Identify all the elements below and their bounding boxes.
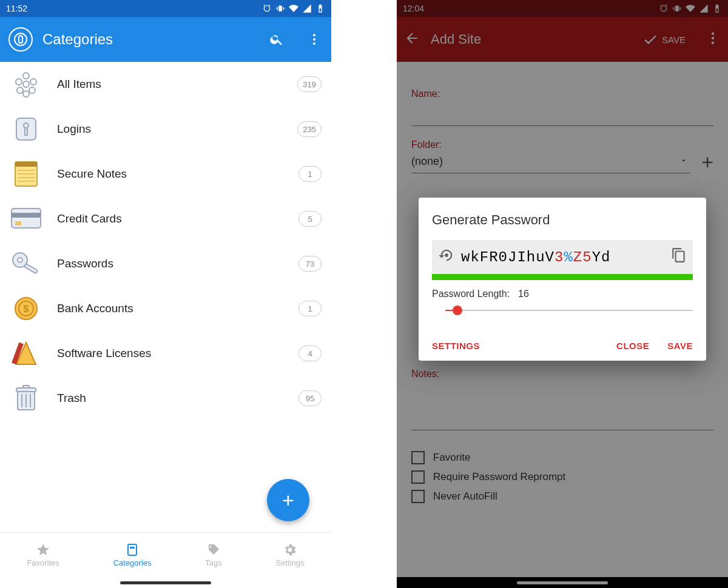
nav-bar: [397, 577, 728, 588]
category-credit-cards[interactable]: Credit Cards 5: [0, 196, 331, 241]
dialog-close-button[interactable]: CLOSE: [616, 341, 649, 351]
category-logins[interactable]: Logins 235: [0, 107, 331, 152]
generate-password-dialog: Generate Password wkFR0JIhuV3%Z5Yd Passw…: [419, 198, 706, 361]
svg-point-0: [313, 34, 315, 36]
svg-point-8: [29, 87, 35, 93]
battery-icon: [315, 4, 325, 13]
category-all-items[interactable]: All Items 319: [0, 62, 331, 107]
svg-rect-36: [128, 544, 136, 555]
overflow-menu-button[interactable]: [306, 31, 323, 48]
folder-select[interactable]: (none): [411, 150, 690, 173]
tab-settings[interactable]: Settings: [276, 543, 305, 567]
add-folder-button[interactable]: +: [701, 152, 713, 172]
notes-input[interactable]: [411, 382, 713, 430]
checkbox-label: Never AutoFill: [433, 490, 497, 503]
battery-icon: [712, 4, 722, 13]
passwords-icon: [10, 247, 42, 280]
software-licenses-icon: [10, 337, 42, 370]
tab-favorites[interactable]: Favorites: [27, 543, 59, 567]
checkbox-label: Require Password Reprompt: [433, 471, 565, 483]
credit-cards-icon: [10, 202, 42, 235]
trash-icon: [10, 382, 42, 415]
category-label: Logins: [57, 122, 283, 136]
svg-rect-32: [23, 386, 29, 388]
checkbox-icon: [411, 490, 425, 503]
slider-thumb-icon: [453, 306, 462, 315]
category-count: 1: [298, 166, 322, 182]
svg-point-1: [313, 38, 315, 41]
svg-point-40: [712, 37, 714, 39]
all-items-icon: [10, 68, 42, 101]
favorite-checkbox[interactable]: Favorite: [411, 451, 713, 464]
tab-categories[interactable]: Categories: [113, 543, 152, 567]
categories-list: All Items 319 Logins 235 Secure Notes 1 …: [0, 62, 331, 532]
category-label: Passwords: [57, 257, 284, 270]
svg-text:$: $: [24, 304, 29, 314]
checkbox-label: Favorite: [433, 452, 470, 464]
regenerate-button[interactable]: [438, 247, 455, 268]
dialog-save-button[interactable]: SAVE: [667, 341, 693, 351]
signal-icon: [699, 4, 709, 13]
svg-rect-20: [12, 213, 41, 218]
nav-bar: [0, 577, 331, 588]
refresh-lock-icon: [438, 247, 455, 264]
copy-button[interactable]: [671, 247, 687, 267]
svg-rect-14: [15, 162, 37, 167]
category-label: All Items: [57, 78, 283, 91]
checkbox-icon: [411, 451, 425, 464]
category-bank-accounts[interactable]: $ Bank Accounts 1: [0, 286, 331, 331]
signal-icon: [302, 4, 312, 13]
status-bar: 11:52: [0, 0, 331, 17]
wifi-icon: [289, 4, 298, 13]
length-slider[interactable]: [432, 304, 693, 316]
tab-label: Tags: [205, 558, 221, 567]
svg-point-3: [23, 73, 29, 79]
vibrate-icon: [672, 4, 682, 13]
svg-rect-10: [16, 118, 36, 140]
add-fab[interactable]: +: [267, 479, 309, 521]
category-label: Secure Notes: [57, 167, 284, 181]
svg-point-41: [712, 41, 714, 44]
bottom-nav: Favorites Categories Tags Settings: [0, 532, 331, 577]
category-passwords[interactable]: Passwords 73: [0, 241, 331, 286]
alarm-icon: [659, 4, 669, 13]
app-logo-icon: [8, 27, 33, 52]
svg-point-4: [16, 79, 22, 85]
svg-point-38: [210, 546, 212, 548]
category-software-licenses[interactable]: Software Licenses 4: [0, 331, 331, 376]
length-value: 16: [518, 289, 529, 299]
category-label: Software Licenses: [57, 347, 284, 360]
phone-lastpass: 12:04 Add Site SAVE Name: Folder: (none): [397, 0, 728, 588]
notes-label: Notes:: [411, 369, 713, 379]
category-secure-notes[interactable]: Secure Notes 1: [0, 152, 331, 196]
search-button[interactable]: [268, 31, 285, 48]
reprompt-checkbox[interactable]: Require Password Reprompt: [411, 470, 713, 484]
folder-value: (none): [411, 150, 690, 173]
back-button[interactable]: [404, 30, 420, 48]
category-trash[interactable]: Trash 95: [0, 376, 331, 421]
gear-icon: [283, 543, 297, 557]
category-count: 4: [298, 346, 322, 361]
alarm-icon: [262, 4, 272, 13]
svg-rect-24: [24, 264, 38, 273]
logins-icon: [10, 113, 42, 145]
chevron-down-icon: [679, 156, 688, 165]
save-button[interactable]: SAVE: [642, 32, 686, 47]
category-count: 319: [297, 76, 322, 92]
dialog-title: Generate Password: [432, 212, 693, 228]
category-label: Trash: [57, 392, 284, 405]
never-autofill-checkbox[interactable]: Never AutoFill: [411, 490, 713, 503]
svg-point-6: [30, 79, 36, 85]
svg-point-2: [313, 42, 315, 45]
overflow-menu-button[interactable]: [705, 30, 721, 48]
dialog-settings-button[interactable]: SETTINGS: [432, 341, 480, 351]
generated-password-box: wkFR0JIhuV3%Z5Yd: [432, 240, 693, 274]
name-input[interactable]: [411, 102, 713, 126]
category-count: 95: [298, 390, 322, 406]
svg-point-9: [23, 91, 29, 97]
appbar-title: Add Site: [431, 32, 632, 47]
category-label: Bank Accounts: [57, 302, 284, 315]
wifi-icon: [686, 4, 695, 13]
app-bar: Add Site SAVE: [397, 17, 728, 62]
tab-tags[interactable]: Tags: [205, 543, 221, 567]
